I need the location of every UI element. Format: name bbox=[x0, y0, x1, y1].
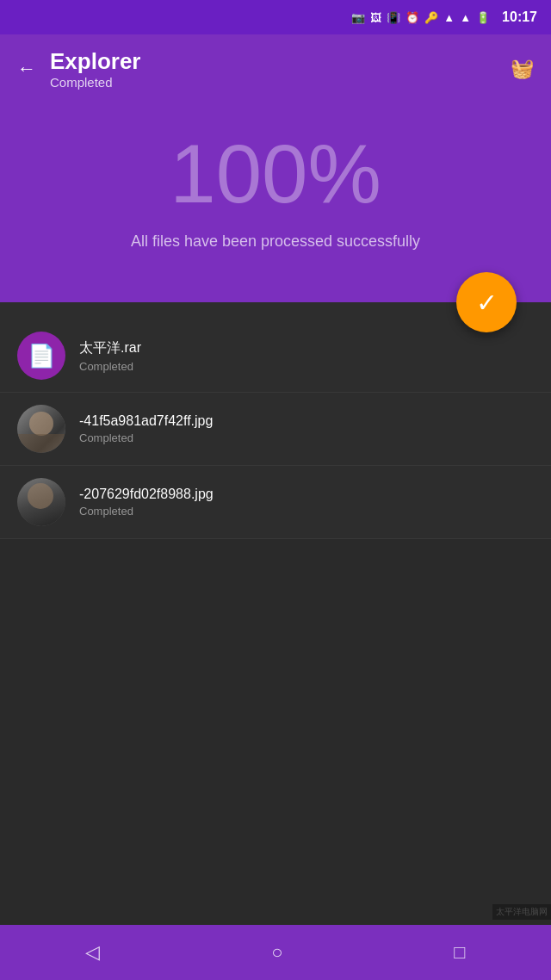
file-status: Completed bbox=[79, 431, 213, 444]
app-title: Explorer bbox=[50, 48, 141, 75]
header-left: ← Explorer Completed bbox=[17, 48, 141, 90]
file-thumbnail-img1 bbox=[17, 405, 65, 453]
header-title-block: Explorer Completed bbox=[50, 48, 141, 90]
nav-recent-button[interactable]: □ bbox=[428, 933, 491, 972]
file-name: -41f5a981ad7f42ff.jpg bbox=[79, 413, 213, 429]
status-bar: 📷 🖼 📳 ⏰ 🔑 ▲ ▲ 🔋 10:17 bbox=[0, 0, 551, 34]
signal-icon: ▲ bbox=[460, 11, 471, 24]
file-name: 太平洋.rar bbox=[79, 339, 141, 357]
file-info: -41f5a981ad7f42ff.jpg Completed bbox=[79, 413, 213, 444]
file-list: 📄 太平洋.rar Completed -41f5a981ad7f42ff.jp… bbox=[0, 302, 551, 539]
back-button[interactable]: ← bbox=[17, 58, 36, 80]
rar-icon: 📄 bbox=[28, 343, 55, 369]
wifi-icon: ▲ bbox=[443, 11, 455, 24]
cart-icon[interactable]: 🧺 bbox=[511, 58, 534, 80]
progress-section: 100% All files have been processed succe… bbox=[0, 107, 551, 302]
progress-message: All files have been processed successful… bbox=[131, 233, 420, 251]
file-thumbnail-img2 bbox=[17, 478, 65, 526]
file-status: Completed bbox=[79, 360, 141, 373]
photo-preview-2 bbox=[17, 478, 65, 526]
complete-fab[interactable]: ✓ bbox=[456, 272, 517, 332]
file-info: 太平洋.rar Completed bbox=[79, 339, 141, 373]
camera-icon: 📷 bbox=[351, 11, 365, 24]
file-thumbnail-rar: 📄 bbox=[17, 332, 65, 380]
check-icon: ✓ bbox=[476, 288, 498, 318]
file-item[interactable]: -207629fd02f8988.jpg Completed bbox=[0, 466, 551, 539]
vibrate-icon: 📳 bbox=[387, 11, 400, 24]
file-info: -207629fd02f8988.jpg Completed bbox=[79, 487, 214, 518]
status-time: 10:17 bbox=[502, 9, 537, 25]
file-item[interactable]: 📄 太平洋.rar Completed bbox=[0, 319, 551, 393]
file-item[interactable]: -41f5a981ad7f42ff.jpg Completed bbox=[0, 393, 551, 466]
alarm-icon: ⏰ bbox=[406, 11, 419, 24]
status-icons: 📷 🖼 📳 ⏰ 🔑 ▲ ▲ 🔋 bbox=[351, 11, 490, 24]
battery-icon: 🔋 bbox=[476, 11, 490, 24]
nav-home-button[interactable]: ○ bbox=[245, 933, 308, 972]
app-subtitle: Completed bbox=[50, 75, 141, 90]
nav-back-button[interactable]: ◁ bbox=[59, 933, 126, 972]
watermark: 太平洋电脑网 bbox=[492, 904, 551, 920]
file-name: -207629fd02f8988.jpg bbox=[79, 487, 214, 502]
file-status: Completed bbox=[79, 505, 214, 518]
key-icon: 🔑 bbox=[424, 11, 438, 24]
progress-percent: 100% bbox=[170, 133, 381, 215]
bottom-navigation: ◁ ○ □ bbox=[0, 925, 551, 980]
image-icon: 🖼 bbox=[370, 11, 381, 24]
photo-preview-1 bbox=[17, 405, 65, 453]
app-header: ← Explorer Completed 🧺 bbox=[0, 34, 551, 107]
